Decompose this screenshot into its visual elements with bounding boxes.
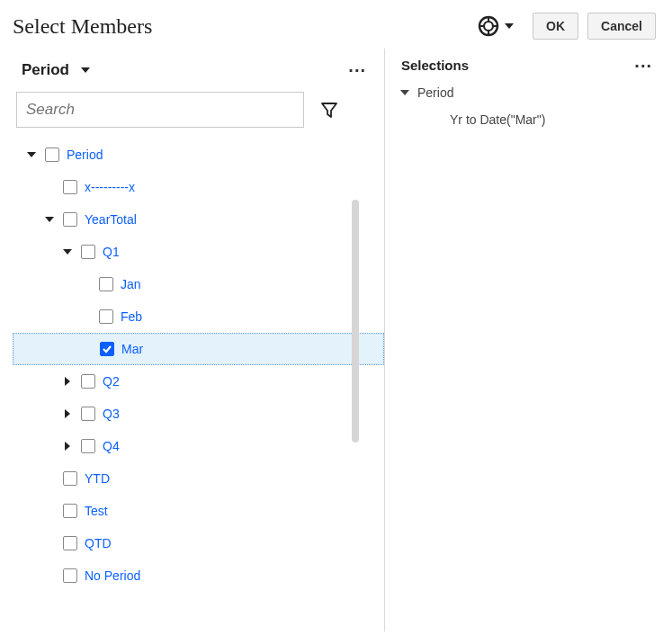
member-checkbox[interactable] [63,180,77,194]
member-checkbox[interactable] [63,504,77,518]
expand-icon[interactable] [61,440,74,452]
header-actions: OK Cancel [477,13,656,40]
member-label[interactable]: Test [85,504,108,518]
member-checkbox[interactable] [99,309,113,324]
tree-node[interactable]: Jan [13,268,384,300]
member-label[interactable]: x---------x [85,180,135,194]
member-checkbox[interactable] [81,374,95,389]
member-checkbox[interactable] [99,277,113,291]
search-row [0,92,384,135]
tree-node[interactable]: Q3 [13,398,384,430]
tree-node[interactable]: No Period [13,559,384,592]
member-checkbox[interactable] [63,471,77,486]
dimension-dropdown[interactable]: Period [16,58,280,83]
selections-title: Selections [401,58,469,73]
filter-icon[interactable] [320,101,338,119]
tree-node[interactable]: Feb [13,300,384,333]
expand-icon[interactable] [61,407,74,420]
member-label[interactable]: Feb [121,309,142,324]
member-checkbox[interactable] [45,148,59,162]
member-checkbox[interactable] [81,407,95,421]
tree-node[interactable]: x---------x [13,171,384,203]
collapse-icon[interactable] [25,148,38,161]
collapse-icon [399,87,410,98]
selections-more-menu[interactable]: ··· [634,61,652,70]
member-label[interactable]: YearTotal [85,212,137,227]
member-checkbox[interactable] [81,439,95,453]
dimension-row: Period ··· [0,58,384,92]
member-checkbox[interactable] [63,536,77,550]
ok-button[interactable]: OK [533,13,578,40]
member-tree-panel: Period ··· Periodx---------xYearTotalQ1J… [0,49,385,631]
member-label[interactable]: YTD [85,471,110,486]
dialog-header: Select Members OK Cancel [0,0,672,49]
tree-node[interactable]: Q4 [13,430,384,462]
selections-header: Selections ··· [399,58,658,82]
dialog-body: Period ··· Periodx---------xYearTotalQ1J… [0,49,672,631]
expand-icon[interactable] [61,375,74,388]
chevron-down-icon [80,65,91,76]
tree-more-menu[interactable]: ··· [348,66,366,75]
cancel-button[interactable]: Cancel [587,13,656,40]
member-checkbox[interactable] [63,212,77,227]
tree-node[interactable]: YTD [13,462,384,495]
help-icon [477,14,500,38]
tree-node[interactable]: Q1 [13,236,384,268]
tree-node[interactable]: QTD [13,527,384,559]
member-label[interactable]: Q1 [103,245,120,259]
member-checkbox[interactable] [81,245,95,259]
tree-node[interactable]: Period [13,139,384,171]
dimension-label: Period [22,61,69,79]
member-label[interactable]: Mar [121,342,143,356]
member-label[interactable]: No Period [85,568,140,583]
member-label[interactable]: Q2 [103,374,120,389]
search-input[interactable] [16,92,304,128]
member-label[interactable]: Jan [121,277,141,291]
dialog-title: Select Members [13,14,152,39]
selection-root[interactable]: Period [399,82,658,103]
selection-root-label: Period [417,85,453,100]
member-label[interactable]: Period [67,148,103,162]
svg-point-1 [484,22,493,31]
member-checkbox[interactable] [63,568,77,583]
help-menu[interactable] [477,14,515,38]
selection-children: Yr to Date("Mar") [399,103,658,127]
chevron-down-icon [504,21,515,31]
tree-node[interactable]: Mar [13,333,384,365]
tree-node[interactable]: Test [13,495,384,527]
tree-node[interactable]: YearTotal [13,203,384,236]
member-label[interactable]: Q4 [103,439,120,453]
tree-scrollbar[interactable] [352,200,359,443]
collapse-icon[interactable] [43,213,56,226]
tree-node[interactable]: Q2 [13,365,384,398]
member-tree: Periodx---------xYearTotalQ1JanFebMarQ2Q… [0,135,384,595]
selection-item[interactable]: Yr to Date("Mar") [399,103,658,127]
member-label[interactable]: Q3 [103,407,120,421]
collapse-icon[interactable] [61,246,74,258]
member-label[interactable]: QTD [85,536,112,550]
member-checkbox[interactable] [100,342,114,356]
selections-panel: Selections ··· Period Yr to Date("Mar") [385,49,672,631]
